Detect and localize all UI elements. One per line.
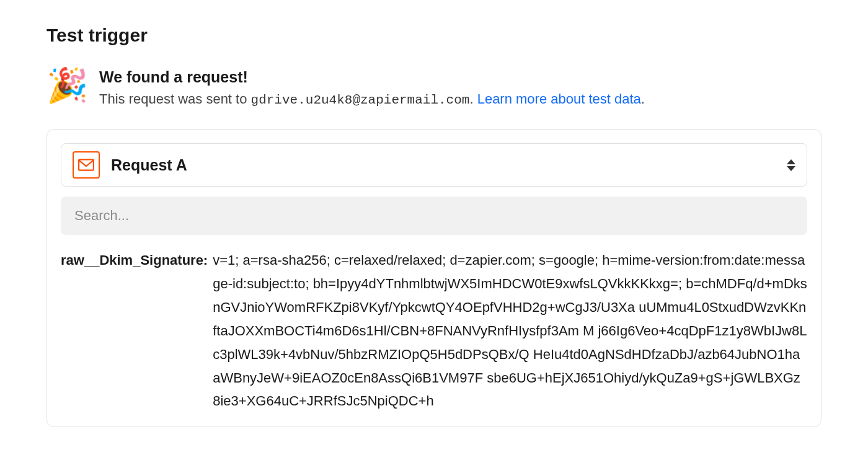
mail-icon [73,151,100,179]
sort-icon [787,159,795,171]
celebrate-icon: 🎉 [46,68,88,102]
request-card: Request A raw__Dkim_Signature: v=1; a=rs… [46,129,822,427]
learn-more-link[interactable]: Learn more about test data [477,91,641,107]
trailing-period: . [641,91,645,107]
svg-rect-0 [79,160,94,170]
page-title: Test trigger [46,25,822,46]
found-title: We found a request! [99,68,822,86]
found-request-banner: 🎉 We found a request! This request was s… [46,68,822,109]
search-input[interactable] [61,197,807,235]
found-email: gdrive.u2u4k8@zapiermail.com [251,93,470,107]
dropdown-label: Request A [111,156,776,174]
data-field-row: raw__Dkim_Signature: v=1; a=rsa-sha256; … [61,249,807,413]
data-field-value: v=1; a=rsa-sha256; c=relaxed/relaxed; d=… [213,249,807,413]
found-text-block: We found a request! This request was sen… [99,68,822,109]
found-subtitle: This request was sent to gdrive.u2u4k8@z… [99,90,822,109]
data-field-key: raw__Dkim_Signature: [61,249,213,272]
found-subtitle-prefix: This request was sent to [99,91,251,107]
found-subtitle-suffix: . [469,91,477,107]
request-dropdown[interactable]: Request A [61,143,807,187]
